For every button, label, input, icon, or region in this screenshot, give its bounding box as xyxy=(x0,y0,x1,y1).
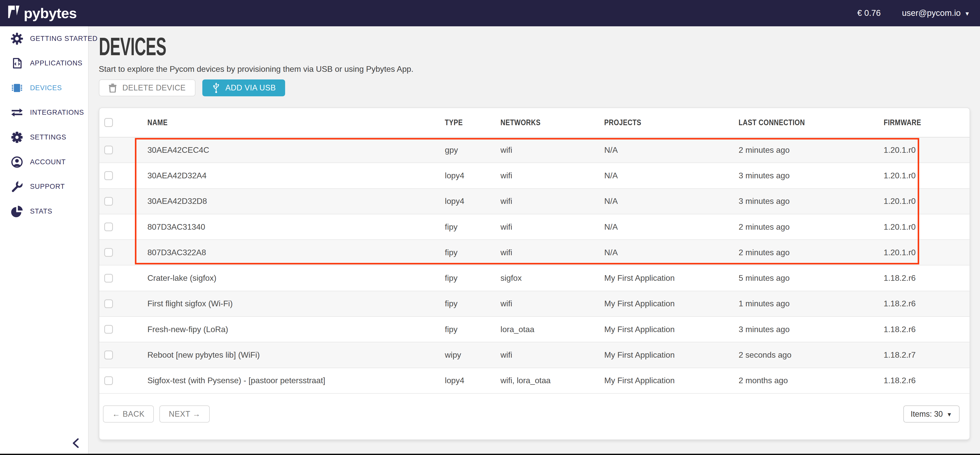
usb-icon xyxy=(212,82,221,94)
device-name: 30AEA42CEC4C xyxy=(147,145,445,155)
table-row[interactable]: Reboot [new pybytes lib] (WiFi) wipy wif… xyxy=(99,342,969,368)
sidebar-item-label: STATS xyxy=(30,207,52,215)
device-firmware: 1.18.2.r7 xyxy=(884,350,969,360)
sidebar-collapse-button[interactable] xyxy=(70,438,81,449)
table-row[interactable]: 807D3AC31340 fipy wifi N/A 2 minutes ago… xyxy=(99,214,969,240)
device-name: Sigfox-test (with Pysense) - [pastoor pe… xyxy=(147,376,445,385)
sidebar-item-getting-started[interactable]: GETTING STARTED xyxy=(0,26,88,51)
pybytes-logo[interactable]: pybytes xyxy=(8,5,77,21)
device-last-connection: 3 minutes ago xyxy=(738,196,884,206)
device-projects: N/A xyxy=(604,196,738,206)
device-firmware: 1.18.2.r6 xyxy=(884,299,969,309)
device-networks: wifi xyxy=(501,171,604,180)
device-type: fipy xyxy=(445,274,501,283)
device-projects: My First Application xyxy=(604,376,738,385)
account-balance[interactable]: € 0.76 xyxy=(858,8,881,18)
row-checkbox[interactable] xyxy=(104,171,113,180)
sidebar-item-label: SUPPORT xyxy=(30,183,65,191)
device-name: 30AEA42D32A4 xyxy=(147,171,445,180)
row-checkbox[interactable] xyxy=(104,146,113,154)
device-networks: wifi xyxy=(501,350,604,360)
device-name: 30AEA42D32D8 xyxy=(147,196,445,206)
table-row[interactable]: Fresh-new-fipy (LoRa) fipy lora_otaa My … xyxy=(99,317,969,342)
column-header-networks: NETWORKS xyxy=(501,118,604,127)
trash-icon xyxy=(108,83,117,93)
table-row[interactable]: Crater-lake (sigfox) fipy sigfox My Firs… xyxy=(99,266,969,291)
device-projects: My First Application xyxy=(604,274,738,283)
add-via-usb-button[interactable]: ADD VIA USB xyxy=(202,80,285,96)
sidebar-item-label: DEVICES xyxy=(30,84,62,92)
table-row[interactable]: 30AEA42CEC4C gpy wifi N/A 2 minutes ago … xyxy=(99,137,969,163)
device-last-connection: 3 minutes ago xyxy=(738,325,884,334)
page-subtitle: Start to explore the Pycom devices by pr… xyxy=(99,64,970,74)
table-row[interactable]: 807D3AC322A8 fipy wifi N/A 2 minutes ago… xyxy=(99,240,969,266)
row-checkbox[interactable] xyxy=(104,299,113,308)
column-header-last-connection: LAST CONNECTION xyxy=(738,118,884,127)
chip-icon xyxy=(11,82,23,94)
toolbar: DELETE DEVICE ADD VIA USB xyxy=(99,80,970,96)
wrench-icon xyxy=(11,180,23,193)
pie-chart-icon xyxy=(11,205,23,218)
device-last-connection: 2 minutes ago xyxy=(738,248,884,257)
device-firmware: 1.18.2.r6 xyxy=(884,325,969,334)
device-networks: wifi xyxy=(501,196,604,206)
device-last-connection: 1 minutes ago xyxy=(738,299,884,309)
device-projects: N/A xyxy=(604,222,738,232)
table-row[interactable]: Sigfox-test (with Pysense) - [pastoor pe… xyxy=(99,368,969,394)
sidebar-item-account[interactable]: ACCOUNT xyxy=(0,150,88,175)
chevron-left-icon xyxy=(72,438,79,448)
row-checkbox[interactable] xyxy=(104,197,113,206)
device-projects: N/A xyxy=(604,248,738,257)
sidebar-item-devices[interactable]: DEVICES xyxy=(0,76,88,100)
user-menu[interactable]: user@pycom.io ▼ xyxy=(902,8,970,18)
screen-bottom-edge xyxy=(0,454,980,455)
device-last-connection: 2 months ago xyxy=(738,376,884,385)
row-checkbox[interactable] xyxy=(104,325,113,334)
device-type: fipy xyxy=(445,299,501,309)
row-checkbox[interactable] xyxy=(104,350,113,359)
device-firmware: 1.18.2.r6 xyxy=(884,274,969,283)
sidebar-item-label: ACCOUNT xyxy=(30,158,66,166)
logo-text: pybytes xyxy=(24,5,76,21)
row-checkbox[interactable] xyxy=(104,274,113,283)
table-row[interactable]: 30AEA42D32A4 lopy4 wifi N/A 3 minutes ag… xyxy=(99,163,969,189)
sidebar-item-settings[interactable]: SETTINGS xyxy=(0,125,88,150)
user-email: user@pycom.io xyxy=(902,8,961,18)
devices-table-card: NAME TYPE NETWORKS PROJECTS LAST CONNECT… xyxy=(99,108,970,440)
sidebar-item-applications[interactable]: APPLICATIONS xyxy=(0,51,88,76)
row-checkbox[interactable] xyxy=(104,223,113,231)
device-last-connection: 2 seconds ago xyxy=(738,350,884,360)
sidebar-item-support[interactable]: SUPPORT xyxy=(0,174,88,199)
device-firmware: 1.18.2.r6 xyxy=(884,376,969,385)
back-button[interactable]: ← BACK xyxy=(103,406,154,422)
device-name: Reboot [new pybytes lib] (WiFi) xyxy=(147,350,445,360)
table-row[interactable]: 30AEA42D32D8 lopy4 wifi N/A 3 minutes ag… xyxy=(99,189,969,214)
row-checkbox[interactable] xyxy=(104,376,113,385)
device-type: fipy xyxy=(445,325,501,334)
device-firmware: 1.20.1.r0 xyxy=(884,171,969,180)
column-header-name: NAME xyxy=(147,118,445,127)
sidebar-item-stats[interactable]: STATS xyxy=(0,199,88,224)
device-firmware: 1.20.1.r0 xyxy=(884,145,969,155)
device-projects: N/A xyxy=(604,171,738,180)
delete-device-button[interactable]: DELETE DEVICE xyxy=(99,80,196,96)
device-name: 807D3AC31340 xyxy=(147,222,445,232)
row-checkbox[interactable] xyxy=(104,248,113,257)
table-row[interactable]: First flight sigfox (Wi-Fi) fipy wifi My… xyxy=(99,291,969,317)
device-type: lopy4 xyxy=(445,376,501,385)
select-all-checkbox[interactable] xyxy=(104,118,113,127)
swap-arrows-icon xyxy=(11,106,23,119)
column-header-firmware: FIRMWARE xyxy=(884,118,969,127)
device-networks: wifi xyxy=(501,222,604,232)
column-header-projects: PROJECTS xyxy=(604,118,738,127)
items-per-page-dropdown[interactable]: Items: 30 ▼ xyxy=(904,406,959,422)
device-last-connection: 3 minutes ago xyxy=(738,171,884,180)
sidebar-item-label: GETTING STARTED xyxy=(30,35,98,43)
sidebar-item-integrations[interactable]: INTEGRATIONS xyxy=(0,100,88,125)
device-name: 807D3AC322A8 xyxy=(147,248,445,257)
next-button[interactable]: NEXT → xyxy=(159,406,210,422)
device-type: lopy4 xyxy=(445,171,501,180)
topbar: pybytes € 0.76 user@pycom.io ▼ xyxy=(0,0,980,26)
device-networks: wifi xyxy=(501,145,604,155)
pybytes-logo-icon xyxy=(8,6,19,21)
